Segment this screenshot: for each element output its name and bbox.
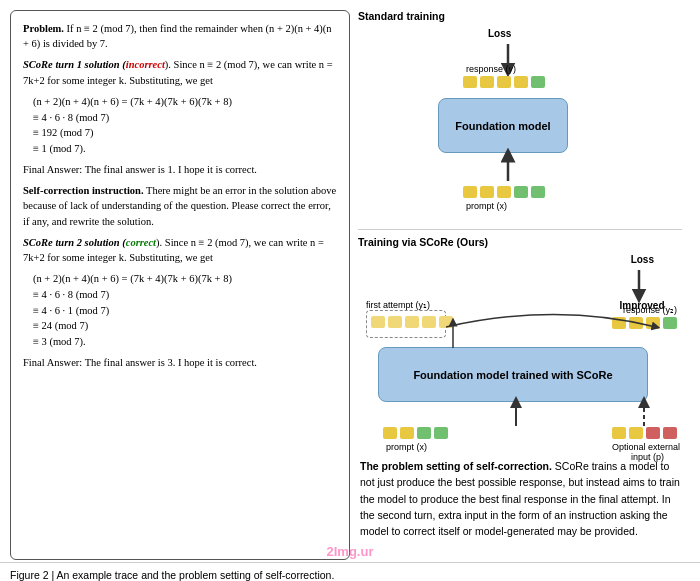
math-block-2: (n + 2)(n + 4)(n + 6) = (7k + 4)(7k + 6)…	[33, 271, 337, 350]
score-label-2: SCoRe	[23, 237, 53, 248]
standard-training-section: Standard training Loss	[358, 10, 682, 230]
opt-4	[663, 427, 677, 439]
final-answer-1: Final Answer: The final answer is 1. I h…	[23, 162, 337, 177]
problem-text: If n ≡ 2 (mod 7), then find the remainde…	[23, 23, 332, 49]
math-block-1: (n + 2)(n + 4)(n + 6) = (7k + 4)(7k + 6)…	[33, 94, 337, 157]
math2-line5: ≡ 3 (mod 7).	[33, 334, 337, 350]
left-panel: Problem. If n ≡ 2 (mod 7), then find the…	[10, 10, 350, 560]
token-1	[463, 76, 477, 88]
score-prompt2-label: prompt (x)	[386, 442, 427, 452]
spt-3	[417, 427, 431, 439]
final-answer-2: Final Answer: The final answer is 3. I h…	[23, 355, 337, 370]
score-prompt-tokens	[383, 427, 448, 439]
opt-2	[629, 427, 643, 439]
first-attempt-label: first attempt (y₁)	[366, 300, 430, 310]
score-training-title: Training via SCoRe (Ours)	[358, 236, 682, 248]
foundation-model-label: Foundation model	[455, 120, 550, 132]
ptoken-3	[497, 186, 511, 198]
description-text: The problem setting of self-correction. …	[358, 458, 682, 539]
opt-1	[612, 427, 626, 439]
opt-3	[646, 427, 660, 439]
standard-training-diagram: Loss re	[358, 26, 682, 216]
std-response-tokens	[463, 76, 545, 88]
spt-4	[434, 427, 448, 439]
fat-4	[422, 316, 436, 328]
optional-input-tokens	[612, 427, 677, 439]
fat-3	[405, 316, 419, 328]
desc-bold: The problem setting of self-correction.	[360, 460, 552, 472]
right-panel: Standard training Loss	[350, 10, 690, 560]
foundation-model-box: Foundation model	[438, 98, 568, 153]
optional-input-arrow	[634, 400, 654, 428]
selfcorr-label: Self-correction instruction.	[23, 185, 144, 196]
ptoken-2	[480, 186, 494, 198]
std-prompt-arrow	[498, 153, 518, 183]
first-attempt-tokens	[371, 316, 453, 328]
ptoken-1	[463, 186, 477, 198]
token-4	[514, 76, 528, 88]
std-response-label: response (y)	[466, 64, 516, 74]
input-p-label: input (p)	[631, 452, 664, 462]
std-prompt-label: prompt (x)	[466, 201, 507, 211]
foundation-model-score-box: Foundation model trained with SCoRe	[378, 347, 648, 402]
math1-line1: (n + 2)(n + 4)(n + 6) = (7k + 4)(7k + 6)…	[33, 94, 337, 110]
spt-2	[400, 427, 414, 439]
turn1-label2: turn 1 solution (	[53, 59, 126, 70]
math1-line4: ≡ 1 (mod 7).	[33, 141, 337, 157]
std-prompt-tokens	[463, 186, 545, 198]
ptoken-4	[514, 186, 528, 198]
score-prompt-arrow	[506, 400, 526, 428]
standard-training-title: Standard training	[358, 10, 682, 22]
turn2-label2: turn 2 solution (	[53, 237, 126, 248]
math2-line2: ≡ 4 · 6 · 8 (mod 7)	[33, 287, 337, 303]
problem-paragraph: Problem. If n ≡ 2 (mod 7), then find the…	[23, 21, 337, 51]
spt-1	[383, 427, 397, 439]
fat-2	[388, 316, 402, 328]
first-to-improved-arrow	[446, 312, 666, 342]
score-loss-label: Loss	[631, 254, 654, 265]
math2-line3: ≡ 4 · 6 · 1 (mod 7)	[33, 303, 337, 319]
fat-1	[371, 316, 385, 328]
std-loss-label: Loss	[488, 28, 511, 39]
turn2-correct: correct	[126, 237, 156, 248]
self-correction-paragraph: Self-correction instruction. There might…	[23, 183, 337, 229]
math1-line3: ≡ 192 (mod 7)	[33, 125, 337, 141]
first-attempt-box	[366, 310, 446, 338]
score-loss-arrow	[629, 270, 649, 300]
score-label-1: SCoRe	[23, 59, 53, 70]
figure-caption: Figure 2 | An example trace and the prob…	[0, 562, 700, 581]
turn1-incorrect: incorrect	[126, 59, 165, 70]
ptoken-5	[531, 186, 545, 198]
token-2	[480, 76, 494, 88]
turn2-intro: SCoRe turn 2 solution (correct). Since n…	[23, 235, 337, 265]
turn1-intro: SCoRe turn 1 solution (incorrect). Since…	[23, 57, 337, 87]
score-training-section: Training via SCoRe (Ours) Loss Improved	[358, 236, 682, 456]
token-5	[531, 76, 545, 88]
math1-line2: ≡ 4 · 6 · 8 (mod 7)	[33, 110, 337, 126]
math2-line1: (n + 2)(n + 4)(n + 6) = (7k + 4)(7k + 6)…	[33, 271, 337, 287]
problem-label: Problem.	[23, 23, 64, 34]
token-3	[497, 76, 511, 88]
math2-line4: ≡ 24 (mod 7)	[33, 318, 337, 334]
figure-caption-text: Figure 2 | An example trace and the prob…	[10, 569, 334, 581]
watermark: 2Img.ur	[327, 544, 374, 559]
score-training-diagram: Loss Improved	[358, 252, 682, 452]
optional-label: Optional external	[612, 442, 680, 452]
foundation-model-score-label: Foundation model trained with SCoRe	[413, 369, 612, 381]
